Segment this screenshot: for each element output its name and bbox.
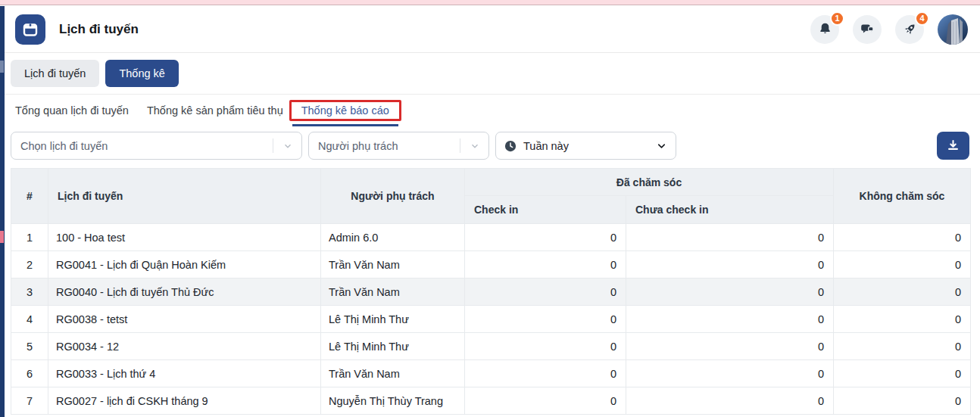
calendar-icon bbox=[21, 20, 39, 39]
rocket-icon bbox=[902, 21, 918, 37]
row-assignee: Trần Văn Nam bbox=[321, 360, 465, 387]
header-actions: 1 4 bbox=[810, 14, 968, 45]
table-row[interactable]: 7RG0027 - lịch đi CSKH tháng 9Nguyễn Thị… bbox=[11, 387, 971, 415]
row-not-checked-in: 0 bbox=[626, 279, 834, 306]
row-schedule-name: 100 - Hoa test bbox=[48, 224, 321, 251]
row-assignee: Nguyễn Thị Thùy Trang bbox=[321, 387, 465, 415]
row-schedule-name: RG0027 - lịch đi CSKH tháng 9 bbox=[48, 387, 321, 415]
top-strip bbox=[0, 0, 980, 5]
row-no-care: 0 bbox=[834, 224, 971, 251]
sidebar-fragment bbox=[0, 231, 4, 243]
row-no-care: 0 bbox=[834, 333, 971, 360]
assignee-select[interactable]: Người phụ trách bbox=[308, 132, 489, 160]
row-no-care: 0 bbox=[834, 306, 971, 333]
row-assignee: Trần Văn Nam bbox=[321, 279, 465, 306]
launcher-button[interactable]: 4 bbox=[895, 15, 924, 44]
avatar-building-photo bbox=[938, 14, 968, 45]
row-no-care: 0 bbox=[834, 360, 971, 387]
period-select[interactable]: Tuần này bbox=[495, 132, 676, 160]
table-row[interactable]: 1100 - Hoa testAdmin 6.0000 bbox=[11, 224, 971, 251]
subtab-san-pham-tieu-thu[interactable]: Thống kê sản phẩm tiêu thụ bbox=[138, 95, 292, 126]
subtab-label: Tổng quan lịch đi tuyến bbox=[15, 104, 129, 117]
table-row[interactable]: 6RG0033 - Lịch thứ 4Trần Văn Nam000 bbox=[11, 360, 971, 387]
row-schedule-name: RG0040 - Lịch đi tuyến Thủ Đức bbox=[48, 279, 321, 306]
bell-icon bbox=[817, 21, 833, 37]
subtab-tong-quan[interactable]: Tổng quan lịch đi tuyến bbox=[6, 95, 138, 126]
row-check-in: 0 bbox=[465, 224, 626, 251]
sidebar-fragment bbox=[0, 61, 4, 73]
row-no-care: 0 bbox=[834, 251, 971, 279]
row-index: 6 bbox=[11, 360, 48, 387]
row-not-checked-in: 0 bbox=[626, 387, 834, 415]
table-row[interactable]: 5RG0034 - 12Lê Thị Minh Thư000 bbox=[11, 333, 971, 360]
row-not-checked-in: 0 bbox=[626, 360, 834, 387]
select-divider bbox=[273, 138, 273, 153]
notifications-button[interactable]: 1 bbox=[810, 15, 839, 44]
page-title: Lịch đi tuyến bbox=[59, 22, 139, 37]
row-assignee: Lê Thị Minh Thư bbox=[321, 333, 465, 360]
table-row[interactable]: 2RG0041 - Lịch đi Quận Hoàn KiếmTrần Văn… bbox=[11, 251, 971, 279]
col-header-index: # bbox=[11, 169, 48, 224]
row-check-in: 0 bbox=[465, 333, 626, 360]
subtab-label: Thống kê sản phẩm tiêu thụ bbox=[147, 104, 283, 117]
tab-thong-ke[interactable]: Thống kê bbox=[105, 60, 178, 87]
chevron-down-icon bbox=[470, 141, 480, 151]
tab-lich-di-tuyen[interactable]: Lịch đi tuyến bbox=[11, 60, 99, 87]
row-check-in: 0 bbox=[465, 279, 626, 306]
row-schedule-name: RG0038 - tetst bbox=[48, 306, 321, 333]
clock-icon bbox=[504, 139, 517, 153]
row-no-care: 0 bbox=[834, 387, 971, 415]
schedule-select[interactable]: Chọn lịch đi tuyến bbox=[11, 132, 302, 160]
table-row[interactable]: 4RG0038 - tetstLê Thị Minh Thư000 bbox=[11, 306, 971, 333]
row-index: 3 bbox=[11, 279, 48, 306]
subtab-thong-ke-bao-cao[interactable]: Thống kê báo cáo bbox=[292, 95, 398, 126]
row-schedule-name: RG0034 - 12 bbox=[48, 333, 321, 360]
col-header-no-care: Không chăm sóc bbox=[834, 169, 971, 224]
user-avatar[interactable] bbox=[938, 14, 968, 45]
row-index: 1 bbox=[11, 224, 48, 251]
row-no-care: 0 bbox=[834, 279, 971, 306]
row-schedule-name: RG0041 - Lịch đi Quận Hoàn Kiếm bbox=[48, 251, 321, 279]
app-header: Lịch đi tuyến 1 bbox=[5, 6, 980, 53]
table-row[interactable]: 3RG0040 - Lịch đi tuyến Thủ ĐứcTrần Văn … bbox=[11, 279, 971, 306]
row-not-checked-in: 0 bbox=[626, 224, 834, 251]
col-header-schedule: Lịch đi tuyến bbox=[48, 169, 321, 224]
schedule-select-placeholder: Chọn lịch đi tuyến bbox=[11, 140, 108, 152]
chevron-down-icon bbox=[656, 140, 667, 151]
row-index: 7 bbox=[11, 387, 48, 415]
row-schedule-name: RG0033 - Lịch thứ 4 bbox=[48, 360, 321, 387]
tab-label: Lịch đi tuyến bbox=[24, 67, 86, 79]
row-check-in: 0 bbox=[465, 306, 626, 333]
col-header-cared-group: Đã chăm sóc bbox=[465, 169, 834, 196]
sub-tab-bar: Tổng quan lịch đi tuyến Thống kê sản phẩ… bbox=[5, 95, 980, 126]
subtab-label: Thống kê báo cáo bbox=[301, 104, 389, 117]
row-index: 5 bbox=[11, 333, 48, 360]
row-index: 2 bbox=[11, 251, 48, 279]
tab-label: Thống kê bbox=[119, 67, 164, 79]
col-header-check-in: Check in bbox=[465, 196, 626, 224]
row-not-checked-in: 0 bbox=[626, 306, 834, 333]
row-check-in: 0 bbox=[465, 251, 626, 279]
download-icon bbox=[945, 138, 961, 154]
row-index: 4 bbox=[11, 306, 48, 333]
period-select-value: Tuần này bbox=[523, 140, 569, 152]
col-header-not-checked-in: Chưa check in bbox=[626, 196, 834, 224]
table-body: 1100 - Hoa testAdmin 6.00002RG0041 - Lịc… bbox=[11, 224, 971, 415]
row-assignee: Admin 6.0 bbox=[321, 224, 465, 251]
filter-row: Chọn lịch đi tuyến Người phụ trách Tuần … bbox=[11, 132, 969, 160]
export-download-button[interactable] bbox=[937, 132, 969, 160]
row-check-in: 0 bbox=[465, 360, 626, 387]
row-not-checked-in: 0 bbox=[626, 251, 834, 279]
launcher-badge: 4 bbox=[915, 11, 929, 26]
select-divider bbox=[460, 138, 460, 153]
col-header-assignee: Người phụ trách bbox=[321, 169, 465, 224]
messages-button[interactable] bbox=[853, 15, 882, 44]
calendar-app-icon bbox=[15, 14, 45, 45]
report-table: # Lịch đi tuyến Người phụ trách Đã chăm … bbox=[11, 168, 970, 415]
chat-bubbles-icon bbox=[859, 21, 875, 38]
row-assignee: Lê Thị Minh Thư bbox=[321, 306, 465, 333]
assignee-select-placeholder: Người phụ trách bbox=[309, 140, 398, 152]
chevron-down-icon bbox=[282, 141, 293, 151]
row-assignee: Trần Văn Nam bbox=[321, 251, 465, 279]
row-not-checked-in: 0 bbox=[626, 333, 834, 360]
